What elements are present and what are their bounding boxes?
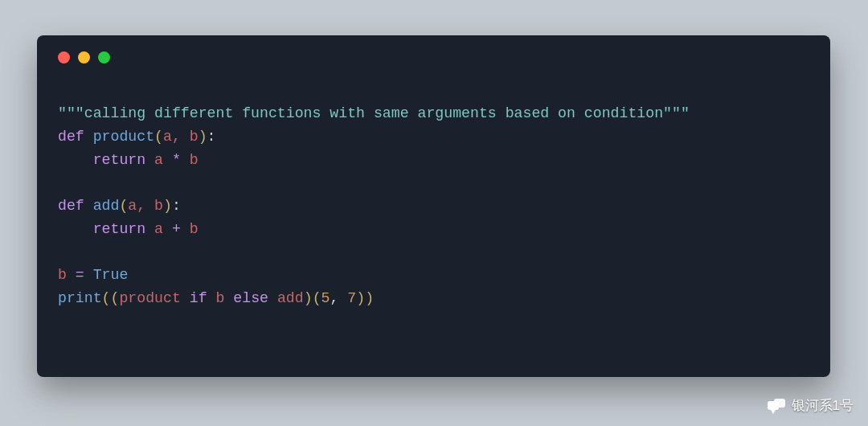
wechat-icon — [768, 399, 785, 413]
close-icon[interactable] — [58, 51, 70, 63]
keyword-def: def — [58, 129, 84, 145]
zoom-icon[interactable] — [98, 51, 110, 63]
docstring: """calling different functions with same… — [58, 105, 690, 121]
const-true: True — [93, 267, 129, 283]
watermark: 银河系1号 — [768, 396, 854, 415]
code-window: """calling different functions with same… — [37, 35, 830, 377]
variable-b: b — [58, 267, 67, 283]
watermark-label: 银河系1号 — [792, 396, 854, 415]
keyword-return: return — [93, 152, 146, 168]
function-name-add: add — [93, 198, 120, 214]
params: a, b — [163, 129, 199, 145]
call-print: print — [58, 290, 102, 306]
code-block: """calling different functions with same… — [58, 102, 809, 310]
minimize-icon[interactable] — [78, 51, 90, 63]
function-name-product: product — [93, 129, 154, 145]
window-controls — [58, 51, 809, 63]
